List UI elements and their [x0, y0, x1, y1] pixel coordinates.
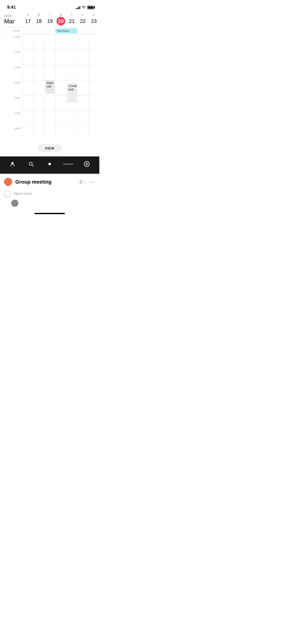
cal-day-col-17[interactable]: S17 — [22, 13, 33, 25]
hour-line — [45, 111, 55, 111]
time-label-2AM: 2 AM — [0, 65, 22, 80]
hour-line — [89, 95, 99, 96]
signal-bars-icon — [76, 6, 80, 9]
hour-line — [78, 34, 88, 35]
cal-day-name-23: S — [93, 13, 95, 16]
grid-col-1 — [33, 34, 44, 141]
all-day-event-new-team[interactable]: new team — [55, 28, 77, 33]
calendar-days-row: S17M18T19W20T21F22S23 — [22, 13, 99, 25]
hour-line — [34, 111, 44, 111]
cal-day-num-21[interactable]: 21 — [67, 17, 76, 25]
cal-day-col-23[interactable]: S23 — [88, 13, 99, 25]
todo-header: Group meeting 0 ⌄ ··· — [4, 174, 95, 189]
hour-line — [45, 65, 55, 65]
more-options-button[interactable]: ··· — [90, 179, 95, 185]
hour-line — [56, 111, 66, 111]
cal-day-col-18[interactable]: M18 — [33, 13, 44, 25]
svg-point-0 — [11, 162, 13, 164]
time-label-6AM: 6 AM — [0, 126, 22, 141]
hour-line — [23, 34, 33, 35]
hour-line — [78, 50, 88, 50]
todo-title: Group meeting — [15, 179, 78, 185]
chevron-down-icon[interactable]: ⌄ — [84, 180, 87, 184]
cal-day-col-22[interactable]: F22 — [77, 13, 88, 25]
time-grid-container: 12 AM1 AM2 AM3 AM4 AM5 AM6 AM team callC… — [0, 34, 99, 156]
time-label-12AM: 12 AM — [0, 34, 22, 50]
dot-icon[interactable] — [45, 159, 55, 169]
cal-day-num-20[interactable]: 20 — [57, 17, 65, 25]
time-grid: 12 AM1 AM2 AM3 AM4 AM5 AM6 AM team callC… — [0, 34, 99, 141]
hour-line — [23, 111, 33, 111]
cal-day-col-20[interactable]: W20 — [55, 13, 66, 25]
cal-day-num-22[interactable]: 22 — [78, 17, 87, 25]
hour-line — [56, 80, 66, 80]
time-label-3AM: 3 AM — [0, 80, 22, 95]
todo-section: Group meeting 0 ⌄ ··· New todo — [0, 174, 99, 211]
calendar-month: Mar — [4, 18, 22, 25]
todo-checkbox[interactable] — [4, 191, 11, 197]
cal-day-num-23[interactable]: 23 — [89, 17, 98, 25]
calendar-month-year: 2024 Mar — [0, 14, 22, 25]
hour-line — [23, 65, 33, 65]
cal-day-col-19[interactable]: T19 — [44, 13, 55, 25]
hour-line — [67, 111, 77, 111]
hour-line — [45, 50, 55, 50]
grid-col-0 — [22, 34, 33, 141]
hour-line — [23, 80, 33, 80]
svg-line-2 — [32, 165, 33, 166]
hour-line — [56, 126, 66, 126]
view-button[interactable]: VIEW — [38, 144, 62, 152]
cal-day-num-17[interactable]: 17 — [24, 17, 32, 25]
hour-line — [67, 80, 77, 80]
hour-line — [45, 34, 55, 35]
status-icons — [76, 6, 94, 9]
hour-line — [34, 80, 44, 80]
grid-col-3 — [55, 34, 66, 141]
add-icon[interactable] — [82, 159, 92, 169]
grid-columns: team callContact bob — [22, 34, 99, 141]
hour-line — [23, 126, 33, 126]
home-indicator-bar — [34, 213, 65, 214]
hour-line — [89, 80, 99, 80]
view-button-container: VIEW — [0, 141, 99, 156]
calendar-year: 2024 — [4, 14, 22, 18]
cal-day-name-17: S — [27, 13, 29, 16]
bottom-home-indicator — [0, 211, 99, 216]
hour-line — [34, 50, 44, 50]
event-team-call[interactable]: team call — [45, 80, 55, 94]
calendar-header: 2024 Mar S17M18T19W20T21F22S23 — [0, 12, 99, 27]
hour-line — [78, 126, 88, 126]
hour-line — [34, 126, 44, 126]
hour-line — [23, 50, 33, 50]
hour-line — [67, 34, 77, 35]
hour-line — [34, 65, 44, 65]
grid-col-5 — [77, 34, 88, 141]
hour-line — [67, 126, 77, 126]
hour-line — [78, 111, 88, 111]
hour-line — [89, 65, 99, 65]
cal-day-name-18: M — [38, 13, 40, 16]
hour-line — [56, 50, 66, 50]
person-icon[interactable] — [7, 159, 18, 169]
cal-day-name-22: F — [82, 13, 84, 16]
hour-line — [89, 50, 99, 50]
all-day-label: all-day — [13, 29, 20, 32]
hour-line — [45, 95, 55, 96]
cal-day-name-21: T — [71, 13, 73, 16]
hour-line — [78, 65, 88, 65]
time-label-1AM: 1 AM — [0, 50, 22, 65]
cal-day-num-18[interactable]: 18 — [35, 17, 43, 25]
cal-day-col-21[interactable]: T21 — [66, 13, 77, 25]
todo-list-icon — [4, 178, 12, 186]
todo-count: 0 — [80, 179, 83, 185]
event-contact-bob[interactable]: Contact bob — [67, 83, 77, 103]
search-icon[interactable] — [26, 159, 36, 169]
todo-new-placeholder[interactable]: New todo — [14, 191, 32, 196]
cal-day-num-19[interactable]: 19 — [46, 17, 54, 25]
status-time: 9:41 — [7, 5, 16, 10]
hour-line — [56, 34, 66, 35]
hour-line — [23, 95, 33, 96]
hour-line — [89, 111, 99, 111]
hour-line — [67, 65, 77, 65]
time-label-5AM: 5 AM — [0, 111, 22, 126]
